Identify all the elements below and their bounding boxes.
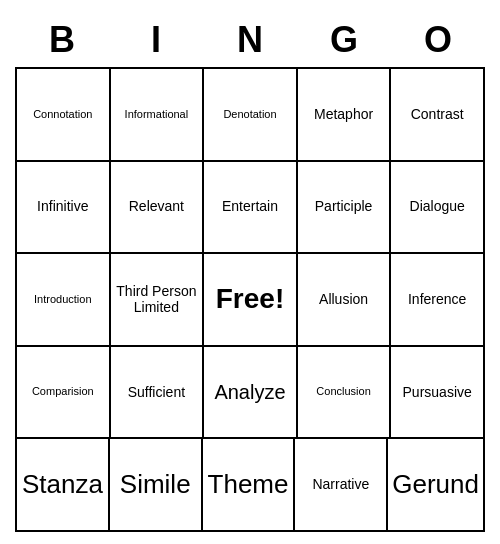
cell-text-0-0: Connotation: [33, 108, 92, 121]
cell-text-1-0: Infinitive: [37, 198, 88, 215]
bingo-cell-4-1: Simile: [110, 439, 203, 532]
header-letter-G: G: [297, 12, 391, 67]
bingo-cell-0-3: Metaphor: [298, 69, 392, 162]
bingo-cell-0-2: Denotation: [204, 69, 298, 162]
bingo-cell-3-2: Analyze: [204, 347, 298, 440]
bingo-row-0: ConnotationInformationalDenotationMetaph…: [17, 69, 485, 162]
cell-text-0-2: Denotation: [223, 108, 276, 121]
cell-text-0-3: Metaphor: [314, 106, 373, 123]
bingo-cell-2-2: Free!: [204, 254, 298, 347]
cell-text-2-2: Free!: [216, 283, 284, 315]
bingo-cell-3-3: Conclusion: [298, 347, 392, 440]
cell-text-1-4: Dialogue: [410, 198, 465, 215]
cell-text-3-4: Pursuasive: [403, 384, 472, 401]
bingo-cell-1-3: Participle: [298, 162, 392, 255]
bingo-cell-2-0: Introduction: [17, 254, 111, 347]
bingo-cell-1-1: Relevant: [111, 162, 205, 255]
bingo-cell-4-0: Stanza: [17, 439, 110, 532]
bingo-cell-2-4: Inference: [391, 254, 485, 347]
bingo-row-4: StanzaSimileThemeNarrativeGerund: [17, 439, 485, 532]
bingo-cell-2-3: Allusion: [298, 254, 392, 347]
bingo-cell-0-0: Connotation: [17, 69, 111, 162]
cell-text-4-1: Simile: [120, 469, 191, 500]
cell-text-1-1: Relevant: [129, 198, 184, 215]
bingo-cell-4-2: Theme: [203, 439, 296, 532]
cell-text-4-0: Stanza: [22, 469, 103, 500]
cell-text-2-3: Allusion: [319, 291, 368, 308]
bingo-cell-1-2: Entertain: [204, 162, 298, 255]
cell-text-1-2: Entertain: [222, 198, 278, 215]
cell-text-1-3: Participle: [315, 198, 373, 215]
bingo-cell-0-4: Contrast: [391, 69, 485, 162]
cell-text-0-1: Informational: [125, 108, 189, 121]
bingo-cell-3-1: Sufficient: [111, 347, 205, 440]
header-letter-O: O: [391, 12, 485, 67]
cell-text-0-4: Contrast: [411, 106, 464, 123]
bingo-cell-1-0: Infinitive: [17, 162, 111, 255]
cell-text-3-2: Analyze: [214, 380, 285, 404]
bingo-row-1: InfinitiveRelevantEntertainParticipleDia…: [17, 162, 485, 255]
bingo-cell-3-0: Comparision: [17, 347, 111, 440]
bingo-cell-2-1: Third Person Limited: [111, 254, 205, 347]
bingo-cell-4-4: Gerund: [388, 439, 485, 532]
cell-text-3-1: Sufficient: [128, 384, 185, 401]
cell-text-3-0: Comparision: [32, 385, 94, 398]
bingo-grid: ConnotationInformationalDenotationMetaph…: [15, 67, 485, 532]
bingo-cell-0-1: Informational: [111, 69, 205, 162]
bingo-cell-1-4: Dialogue: [391, 162, 485, 255]
cell-text-3-3: Conclusion: [316, 385, 370, 398]
header-letter-B: B: [15, 12, 109, 67]
cell-text-4-4: Gerund: [392, 469, 479, 500]
header-letter-I: I: [109, 12, 203, 67]
cell-text-2-1: Third Person Limited: [115, 283, 199, 317]
cell-text-4-2: Theme: [208, 469, 289, 500]
bingo-row-2: IntroductionThird Person LimitedFree!All…: [17, 254, 485, 347]
bingo-cell-3-4: Pursuasive: [391, 347, 485, 440]
bingo-card: BINGO ConnotationInformationalDenotation…: [15, 12, 485, 532]
cell-text-2-0: Introduction: [34, 293, 91, 306]
cell-text-4-3: Narrative: [312, 476, 369, 493]
header-letter-N: N: [203, 12, 297, 67]
cell-text-2-4: Inference: [408, 291, 466, 308]
bingo-cell-4-3: Narrative: [295, 439, 388, 532]
bingo-row-3: ComparisionSufficientAnalyzeConclusionPu…: [17, 347, 485, 440]
bingo-header: BINGO: [15, 12, 485, 67]
